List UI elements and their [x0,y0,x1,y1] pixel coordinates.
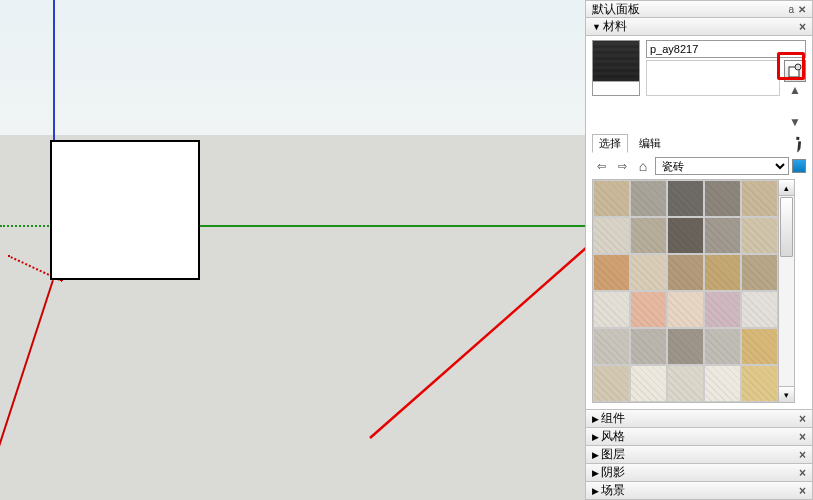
material-thumb[interactable] [741,328,778,365]
material-thumb[interactable] [630,291,667,328]
grid-scrollbar[interactable]: ▴ ▾ [779,179,795,403]
material-thumb[interactable] [593,328,630,365]
material-grid [592,179,779,403]
material-thumb[interactable] [704,217,741,254]
material-thumb[interactable] [741,254,778,291]
material-thumb[interactable] [630,180,667,217]
material-thumb[interactable] [704,291,741,328]
section-header-materials[interactable]: ▼材料 × [585,18,813,36]
section-title-materials: 材料 [603,19,627,33]
material-thumb[interactable] [667,291,704,328]
section-close-icon[interactable]: × [799,20,806,34]
material-thumb[interactable] [667,365,704,402]
nav-forward-button[interactable]: ⇨ [613,157,631,175]
material-thumb[interactable] [741,217,778,254]
material-thumb[interactable] [667,180,704,217]
expand-icon: ▶ [592,468,599,478]
section-header-collapsed[interactable]: ▶图层× [585,446,813,464]
section-title: 组件 [601,411,625,425]
material-thumb[interactable] [741,365,778,402]
section-title: 风格 [601,429,625,443]
collapse-icon: ▼ [592,22,601,32]
section-title: 阴影 [601,465,625,479]
material-thumb[interactable] [630,217,667,254]
expand-icon: ▶ [592,414,599,424]
section-header-collapsed[interactable]: ▶组件× [585,410,813,428]
svg-rect-3 [796,136,799,139]
section-close-icon[interactable]: × [799,412,806,426]
tray-title-bar[interactable]: 默认面板 a ✕ [585,0,813,18]
material-thumb[interactable] [630,365,667,402]
axis-x [0,280,60,500]
step-up-icon[interactable]: ▲ [789,84,801,96]
eyedropper-icon[interactable] [787,132,810,155]
material-thumb[interactable] [593,217,630,254]
annotation-highlight [777,52,805,80]
tray-title: 默认面板 [592,1,640,18]
expand-icon: ▶ [592,432,599,442]
pin-icon[interactable]: a [788,4,794,15]
section-title: 场景 [601,483,625,497]
section-header-collapsed[interactable]: ▶风格× [585,428,813,446]
section-close-icon[interactable]: × [799,484,806,498]
material-stepper: ▲ ▼ [788,84,802,128]
nav-home-button[interactable]: ⌂ [634,157,652,175]
material-thumb[interactable] [593,365,630,402]
current-material-swatch[interactable] [592,40,640,96]
section-header-collapsed[interactable]: ▶阴影× [585,464,813,482]
expand-icon: ▶ [592,486,599,496]
material-thumb[interactable] [667,328,704,365]
material-thumb[interactable] [667,254,704,291]
expand-icon: ▶ [592,450,599,460]
model-face[interactable] [50,140,200,280]
close-icon[interactable]: ✕ [798,4,806,15]
material-thumb[interactable] [704,180,741,217]
scroll-down-icon[interactable]: ▾ [779,386,794,402]
material-thumb[interactable] [741,291,778,328]
material-thumb[interactable] [704,328,741,365]
material-category-select[interactable]: 瓷砖 [655,157,789,175]
material-thumb[interactable] [704,365,741,402]
scroll-up-icon[interactable]: ▴ [779,180,794,196]
material-thumb[interactable] [593,254,630,291]
tab-select[interactable]: 选择 [592,134,628,153]
section-header-collapsed[interactable]: ▶场景× [585,482,813,500]
viewport-3d[interactable] [0,0,585,500]
section-close-icon[interactable]: × [799,430,806,444]
material-thumb[interactable] [704,254,741,291]
section-close-icon[interactable]: × [799,448,806,462]
material-thumb[interactable] [630,328,667,365]
section-title: 图层 [601,447,625,461]
material-thumb[interactable] [630,254,667,291]
material-thumb[interactable] [593,180,630,217]
axis-z [53,0,55,140]
material-thumb[interactable] [667,217,704,254]
section-close-icon[interactable]: × [799,466,806,480]
library-detail-icon[interactable] [792,159,806,173]
material-thumb[interactable] [741,180,778,217]
color-preview[interactable] [646,60,780,96]
step-down-icon[interactable]: ▼ [789,116,801,128]
nav-back-button[interactable]: ⇦ [592,157,610,175]
material-thumb[interactable] [593,291,630,328]
tab-edit[interactable]: 编辑 [632,134,668,153]
scroll-thumb[interactable] [780,197,793,257]
materials-body: ▲ ▼ 选择 编辑 ⇦ ⇨ ⌂ 瓷砖 ▴ [585,36,813,410]
